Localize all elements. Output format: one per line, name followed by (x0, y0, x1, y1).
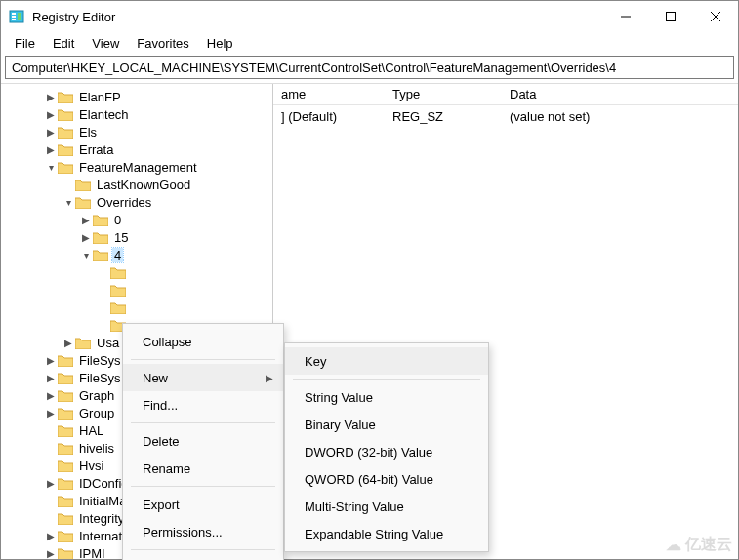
folder-icon (110, 284, 126, 297)
chevron-down-icon[interactable]: ▾ (62, 197, 75, 208)
separator (131, 549, 275, 550)
ctx-copy-key-name[interactable]: Copy Key Name (123, 554, 283, 560)
ctx-permissions[interactable]: Permissions... (123, 518, 283, 545)
menu-view[interactable]: View (84, 34, 127, 53)
chevron-right-icon[interactable]: ▶ (44, 109, 58, 120)
chevron-right-icon[interactable]: ▶ (44, 92, 58, 102)
tree-node-featuremanagement[interactable]: ▾FeatureManagement (1, 158, 272, 176)
ctx-new-qword[interactable]: QWORD (64-bit) Value (285, 465, 488, 493)
folder-icon (58, 108, 73, 121)
folder-icon (58, 424, 73, 437)
chevron-right-icon[interactable]: ▶ (44, 355, 58, 366)
folder-icon (58, 354, 73, 367)
folder-icon (93, 231, 108, 244)
chevron-right-icon[interactable]: ▶ (44, 144, 58, 155)
ctx-find[interactable]: Find... (123, 391, 283, 419)
chevron-right-icon[interactable]: ▶ (44, 548, 58, 559)
folder-icon (58, 442, 73, 455)
tree-node-15[interactable]: ▶15 (1, 228, 272, 246)
watermark: ☁ 亿速云 (666, 535, 732, 555)
close-button[interactable] (693, 1, 738, 32)
value-data: (value not set) (502, 109, 738, 124)
folder-icon (58, 407, 73, 420)
ctx-new-dword[interactable]: DWORD (32-bit) Value (285, 438, 488, 465)
separator (131, 359, 275, 360)
separator (293, 379, 480, 380)
menubar: File Edit View Favorites Help (1, 32, 738, 54)
folder-icon (58, 477, 73, 490)
chevron-right-icon[interactable]: ▶ (44, 531, 58, 541)
tree-node-elantech[interactable]: ▶Elantech (1, 105, 272, 123)
value-name: ] (Default) (273, 109, 385, 124)
chevron-right-icon[interactable]: ▶ (44, 390, 58, 401)
ctx-collapse[interactable]: Collapse (123, 328, 283, 355)
ctx-new-string[interactable]: String Value (285, 383, 488, 411)
tree-node-els[interactable]: ▶Els (1, 123, 272, 140)
svg-rect-3 (12, 19, 16, 20)
tree-node-0[interactable]: ▶0 (1, 211, 272, 228)
folder-icon (75, 337, 91, 349)
registry-editor-window: Registry Editor File Edit View Favorites… (0, 0, 739, 560)
folder-icon (75, 179, 91, 191)
ctx-new-binary[interactable]: Binary Value (285, 411, 488, 438)
new-submenu: Key String Value Binary Value DWORD (32-… (284, 342, 489, 552)
chevron-right-icon[interactable]: ▶ (79, 232, 93, 243)
values-header: ame Type Data (273, 84, 738, 105)
folder-icon (110, 301, 126, 314)
ctx-delete[interactable]: Delete (123, 427, 283, 455)
ctx-new-key[interactable]: Key (285, 347, 488, 375)
minimize-button[interactable] (603, 1, 648, 32)
maximize-button[interactable] (648, 1, 693, 32)
column-data[interactable]: Data (502, 87, 738, 101)
column-type[interactable]: Type (385, 87, 502, 101)
ctx-new[interactable]: New▶ (123, 364, 283, 391)
menu-edit[interactable]: Edit (45, 34, 82, 53)
folder-icon (58, 547, 73, 560)
regedit-icon (9, 9, 24, 24)
ctx-rename[interactable]: Rename (123, 455, 283, 482)
address-bar[interactable]: Computer\HKEY_LOCAL_MACHINE\SYSTEM\Curre… (5, 56, 734, 79)
folder-icon (58, 372, 73, 384)
tree-node-overrides[interactable]: ▾Overrides (1, 193, 272, 211)
chevron-right-icon[interactable]: ▶ (44, 127, 58, 138)
folder-icon (93, 214, 108, 226)
tree-node-elanfp[interactable]: ▶ElanFP (1, 88, 272, 105)
folder-icon (58, 530, 73, 542)
tree-node-child[interactable] (1, 263, 272, 281)
address-text: Computer\HKEY_LOCAL_MACHINE\SYSTEM\Curre… (12, 60, 616, 75)
chevron-right-icon[interactable]: ▶ (44, 373, 58, 383)
chevron-right-icon[interactable]: ▶ (62, 338, 75, 348)
svg-rect-1 (12, 13, 16, 15)
chevron-right-icon[interactable]: ▶ (79, 215, 93, 225)
svg-rect-2 (12, 16, 16, 18)
tree-node-lastknowngood[interactable]: LastKnownGood (1, 176, 272, 193)
ctx-export[interactable]: Export (123, 491, 283, 518)
folder-icon (58, 389, 73, 402)
menu-file[interactable]: File (7, 34, 43, 53)
chevron-down-icon[interactable]: ▾ (44, 162, 58, 173)
tree-node-errata[interactable]: ▶Errata (1, 140, 272, 158)
ctx-new-multistring[interactable]: Multi-String Value (285, 493, 488, 520)
chevron-down-icon[interactable]: ▾ (79, 250, 93, 260)
folder-icon (58, 126, 73, 139)
folder-icon (58, 512, 73, 525)
folder-icon (58, 495, 73, 507)
chevron-right-icon[interactable]: ▶ (44, 408, 58, 419)
menu-favorites[interactable]: Favorites (129, 34, 196, 53)
chevron-right-icon[interactable]: ▶ (44, 478, 58, 489)
value-row-default[interactable]: ] (Default) REG_SZ (value not set) (273, 105, 738, 127)
tree-node-4-selected[interactable]: ▾4 (1, 246, 272, 263)
folder-icon (58, 460, 73, 472)
submenu-arrow-icon: ▶ (266, 373, 273, 383)
window-title: Registry Editor (32, 10, 603, 24)
column-name[interactable]: ame (273, 87, 385, 101)
folder-icon (58, 161, 73, 174)
folder-icon (58, 91, 73, 103)
cloud-icon: ☁ (666, 536, 681, 554)
tree-node-child[interactable] (1, 299, 272, 316)
ctx-new-expstring[interactable]: Expandable String Value (285, 520, 488, 547)
menu-help[interactable]: Help (199, 34, 241, 53)
tree-node-child[interactable] (1, 281, 272, 299)
folder-icon (110, 266, 126, 279)
folder-icon (75, 196, 91, 209)
